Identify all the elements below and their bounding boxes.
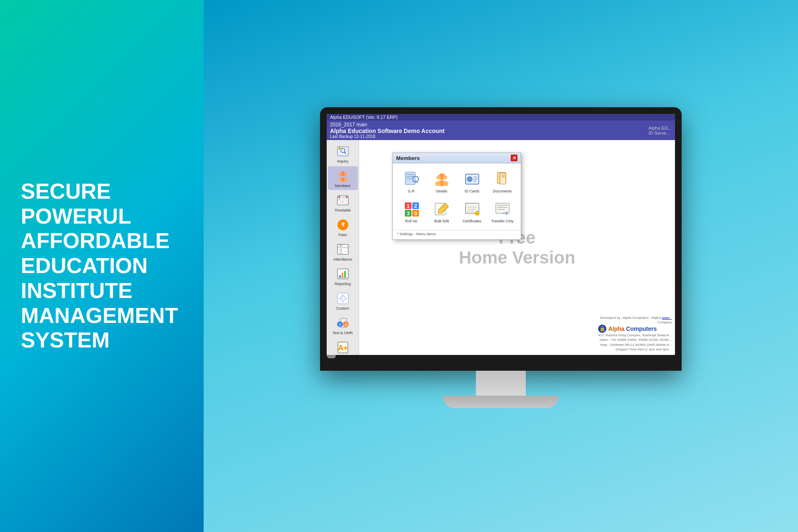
svg-rect-87 bbox=[502, 175, 505, 176]
members-popup: Members ✕ bbox=[392, 153, 521, 240]
sidebar-item-reporting[interactable]: Reporting bbox=[328, 264, 358, 288]
svg-rect-18 bbox=[338, 199, 340, 200]
transfer-icon bbox=[493, 200, 512, 218]
svg-rect-107 bbox=[498, 205, 507, 206]
sidebar-label-inquiry: Inquiry bbox=[337, 159, 348, 163]
popup-item-rollno[interactable]: 1 2 3 0 bbox=[397, 197, 426, 226]
svg-rect-34 bbox=[344, 271, 346, 278]
sidebar-item-attendance[interactable]: ☑ ☑ ☑ Attendance bbox=[328, 240, 358, 264]
idcards-label: ID Cards bbox=[465, 189, 480, 193]
popup-item-details[interactable]: Details bbox=[427, 167, 456, 196]
last-backup: Last Backup 12-11-2018 bbox=[330, 134, 445, 139]
svg-point-75 bbox=[435, 181, 441, 186]
svg-point-10 bbox=[344, 178, 348, 182]
monitor-screen: Alpha EDUSOFT (Ver. 9.17 ERP) 2016_2017 … bbox=[327, 114, 675, 355]
svg-point-7 bbox=[344, 173, 347, 176]
content-area: Free Home Version Members ✕ bbox=[359, 140, 675, 355]
sidebar-label-test: Test & OMR bbox=[332, 331, 353, 335]
certificates-label: Certificates bbox=[463, 219, 481, 223]
popup-item-idcards[interactable]: ID Cards bbox=[458, 167, 486, 196]
main-content: ? Inquiry bbox=[327, 140, 675, 355]
reporting-icon bbox=[335, 266, 350, 281]
account-name: Alpha Education Software Demo Account bbox=[330, 128, 445, 134]
footer-info: Developed by : Alpha Computers - Rajkot … bbox=[598, 315, 672, 352]
sidebar-label-custom: Custom bbox=[336, 306, 349, 310]
sidebar-item-exams[interactable]: A+ Exams bbox=[328, 338, 358, 355]
certificates-icon: ★ bbox=[463, 200, 481, 218]
gr-icon bbox=[402, 170, 421, 188]
details-icon bbox=[433, 170, 451, 188]
svg-rect-19 bbox=[341, 201, 343, 202]
popup-item-transfer[interactable]: Transfer Cirty bbox=[488, 197, 517, 226]
popup-settings-note: * Settings - Menu Items bbox=[393, 230, 521, 239]
popup-item-gr[interactable]: G.R bbox=[397, 167, 426, 196]
bulkedit-icon bbox=[433, 200, 451, 218]
svg-text:☑: ☑ bbox=[340, 244, 342, 247]
popup-title-bar: Members ✕ bbox=[393, 153, 521, 163]
svg-rect-68 bbox=[406, 176, 414, 177]
svg-point-6 bbox=[338, 173, 342, 176]
title-bar-top: Alpha EDUSOFT (Ver. 9.17 ERP) bbox=[327, 114, 675, 121]
svg-rect-103 bbox=[467, 211, 474, 212]
svg-text:₹: ₹ bbox=[341, 222, 345, 228]
sidebar-item-test[interactable]: T O Test & OMR bbox=[328, 313, 358, 337]
popup-grid: G.R bbox=[393, 163, 521, 230]
monitor: Alpha EDUSOFT (Ver. 9.17 ERP) 2016_2017 … bbox=[320, 107, 682, 408]
monitor-stand-base bbox=[443, 396, 559, 408]
popup-item-documents[interactable]: Documents bbox=[488, 167, 517, 196]
svg-text:A+: A+ bbox=[338, 344, 348, 352]
svg-rect-109 bbox=[498, 209, 505, 210]
exams-icon: A+ bbox=[335, 340, 350, 355]
fees-icon: ₹ bbox=[335, 217, 350, 232]
right-panel: Alpha EDUSOFT (Ver. 9.17 ERP) 2016_2017 … bbox=[204, 0, 798, 532]
company-label: Company bbox=[598, 320, 672, 325]
popup-item-certificates[interactable]: ★ Certificates bbox=[458, 197, 486, 226]
sidebar: ? Inquiry bbox=[327, 140, 359, 355]
svg-rect-108 bbox=[498, 207, 507, 208]
svg-point-73 bbox=[443, 175, 447, 180]
test-icon: T O bbox=[335, 315, 350, 330]
custom-icon: + bbox=[335, 291, 350, 306]
sidebar-item-custom[interactable]: + Custom bbox=[328, 289, 358, 313]
svg-rect-67 bbox=[406, 174, 414, 175]
sidebar-item-timetable[interactable]: Timetable bbox=[328, 191, 358, 214]
svg-rect-80 bbox=[473, 179, 478, 180]
svg-rect-32 bbox=[339, 275, 341, 278]
svg-text:0: 0 bbox=[414, 210, 417, 217]
left-panel: SECURE POWERUL AFFORDABLE EDUCATION INST… bbox=[0, 0, 204, 532]
title-bar-right: Alpha ED... ID Serve... bbox=[648, 126, 672, 135]
rollno-label: Roll No bbox=[405, 219, 418, 223]
app-title: Alpha EDUSOFT (Ver. 9.17 ERP) bbox=[330, 115, 398, 120]
documents-label: Documents bbox=[493, 189, 512, 193]
sidebar-label-fees: Fees bbox=[338, 233, 347, 237]
documents-icon bbox=[493, 170, 512, 188]
brand-computers: Computers bbox=[626, 325, 657, 332]
alpha-brand: 🔒 Alpha Computers bbox=[598, 325, 672, 333]
inquiry-icon: ? bbox=[335, 144, 350, 159]
brand-alpha: Alpha bbox=[608, 325, 624, 332]
svg-rect-33 bbox=[342, 273, 343, 278]
sidebar-item-fees[interactable]: ₹ Fees bbox=[328, 215, 358, 239]
svg-point-20 bbox=[338, 196, 340, 198]
svg-text:3: 3 bbox=[406, 210, 409, 217]
svg-text:☑: ☑ bbox=[340, 248, 342, 251]
address-info: 417, Rashtra Deep Complex, Rashtriya Sha… bbox=[598, 333, 672, 352]
svg-text:2: 2 bbox=[414, 203, 417, 209]
sidebar-item-members[interactable]: Members bbox=[328, 166, 358, 190]
sidebar-label-reporting: Reporting bbox=[335, 282, 351, 286]
dev-info: Developed by : Alpha Computers - Rajkot … bbox=[598, 315, 672, 320]
attendance-icon: ☑ ☑ ☑ bbox=[335, 242, 350, 257]
sidebar-label-attendance: Attendance bbox=[333, 257, 352, 261]
idcards-icon bbox=[463, 170, 481, 188]
svg-point-9 bbox=[338, 178, 342, 182]
popup-item-bulkedit[interactable]: Bulk Edit bbox=[427, 197, 456, 226]
svg-text:?: ? bbox=[339, 148, 340, 150]
sidebar-label-members: Members bbox=[335, 184, 351, 188]
monitor-bezel: Alpha EDUSOFT (Ver. 9.17 ERP) 2016_2017 … bbox=[320, 107, 682, 371]
sidebar-item-inquiry[interactable]: ? Inquiry bbox=[328, 142, 358, 165]
app-window: Alpha EDUSOFT (Ver. 9.17 ERP) 2016_2017 … bbox=[327, 114, 675, 355]
popup-close-button[interactable]: ✕ bbox=[511, 155, 517, 161]
svg-text:T: T bbox=[339, 323, 341, 327]
monitor-stand-neck bbox=[476, 371, 526, 396]
svg-rect-79 bbox=[473, 177, 478, 177]
